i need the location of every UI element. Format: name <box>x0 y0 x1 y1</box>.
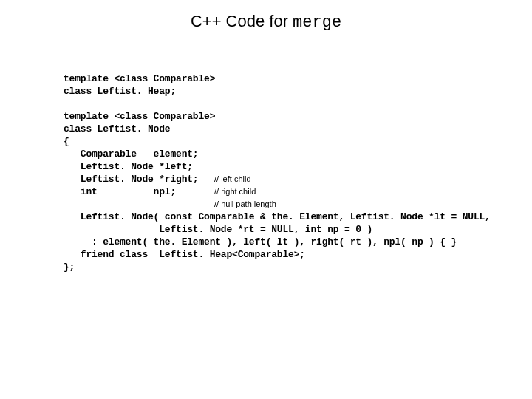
annotation-npl: // null path length <box>214 198 276 211</box>
annotation-right-child: // right child <box>214 185 276 198</box>
page-title: C++ Code for merge <box>0 0 532 32</box>
code-line: : element( the. Element ), left( lt ), r… <box>64 236 457 248</box>
code-annotations: // left child // right child // null pat… <box>214 173 276 211</box>
code-line: template <class Comparable> <box>64 111 215 122</box>
code-line: Leftist. Node *right; <box>64 174 198 185</box>
code-line: Leftist. Node *rt = NULL, int np = 0 ) <box>64 224 372 235</box>
code-line: int npl; <box>64 186 176 197</box>
code-line: { <box>64 136 69 147</box>
code-line: }; <box>64 262 75 273</box>
code-line: Leftist. Node( const Comparable & the. E… <box>64 211 491 222</box>
code-line: class Leftist. Node <box>64 123 170 134</box>
code-line: Leftist. Node *left; <box>64 161 193 172</box>
code-line: Comparable element; <box>64 149 198 160</box>
code-line: class Leftist. Heap; <box>64 86 176 97</box>
code-line: template <class Comparable> <box>64 73 215 84</box>
code-listing: template <class Comparable> class Leftis… <box>64 72 491 273</box>
annotation-left-child: // left child <box>214 173 276 185</box>
title-prefix: C++ Code for <box>191 12 293 30</box>
code-line: friend class Leftist. Heap<Comparable>; <box>64 249 305 260</box>
title-mono: merge <box>293 13 341 32</box>
